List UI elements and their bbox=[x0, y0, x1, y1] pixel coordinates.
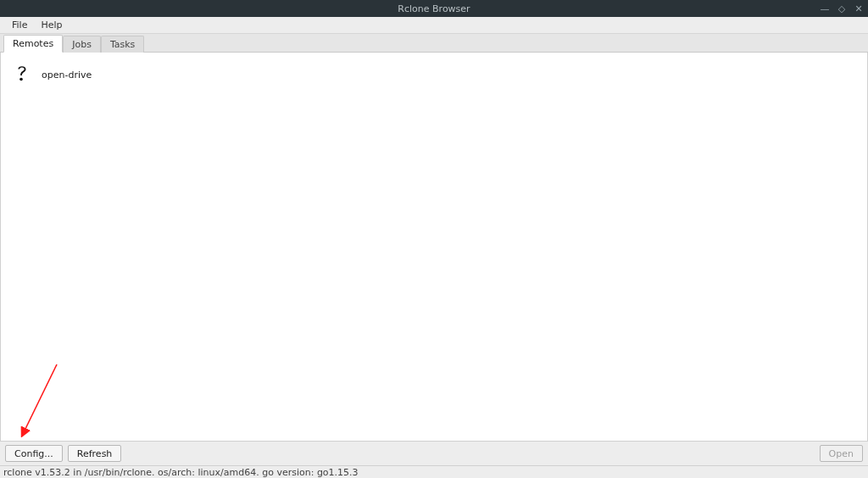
bottom-bar: Config... Refresh Open bbox=[0, 441, 868, 465]
tab-remotes[interactable]: Remotes bbox=[3, 35, 63, 53]
statusbar: rclone v1.53.2 in /usr/bin/rclone. os/ar… bbox=[0, 465, 868, 478]
remote-item-label: open-drive bbox=[42, 69, 92, 81]
close-icon[interactable]: ✕ bbox=[853, 3, 865, 14]
refresh-button[interactable]: Refresh bbox=[68, 445, 122, 462]
remote-list: open-drive bbox=[1, 53, 867, 97]
svg-line-2 bbox=[25, 364, 57, 431]
tab-jobs[interactable]: Jobs bbox=[63, 36, 101, 53]
config-button[interactable]: Config... bbox=[5, 445, 63, 462]
tabbar: Remotes Jobs Tasks bbox=[0, 34, 868, 53]
annotation-arrow bbox=[16, 361, 67, 437]
tab-tasks[interactable]: Tasks bbox=[101, 36, 144, 53]
svg-point-0 bbox=[19, 78, 23, 81]
menubar: File Help bbox=[0, 17, 868, 34]
titlebar: Rclone Browser — ◇ ✕ bbox=[0, 0, 868, 17]
minimize-icon[interactable]: — bbox=[819, 3, 831, 14]
main-content: open-drive bbox=[0, 53, 868, 441]
maximize-icon[interactable]: ◇ bbox=[836, 3, 848, 14]
window-title: Rclone Browser bbox=[398, 3, 470, 14]
menu-help[interactable]: Help bbox=[34, 18, 69, 32]
menu-file[interactable]: File bbox=[5, 18, 34, 32]
window-controls: — ◇ ✕ bbox=[819, 3, 865, 14]
status-text: rclone v1.53.2 in /usr/bin/rclone. os/ar… bbox=[3, 467, 359, 478]
question-mark-icon bbox=[9, 63, 33, 86]
remote-item[interactable]: open-drive bbox=[6, 59, 862, 90]
open-button[interactable]: Open bbox=[820, 445, 863, 462]
